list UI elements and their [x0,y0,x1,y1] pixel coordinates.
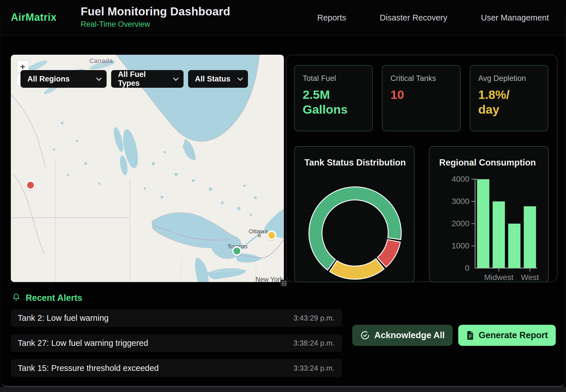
metrics-panel: Total Fuel2.5MGallonsCritical Tanks10Avg… [286,55,557,282]
stat-card-avg-depletion: Avg Depletion1.8%/day [470,65,548,131]
tank-marker-critical[interactable] [26,180,35,190]
filter-all-fuel-types[interactable]: All Fuel Types [111,70,184,88]
acknowledge-all-label: Acknowledge All [374,330,445,340]
generate-report-button[interactable]: Generate Report [458,325,556,346]
consumption-bar [508,224,520,268]
map-canvas [11,55,284,282]
stat-value: 2.5MGallons [303,87,364,117]
brand-logo: AirMatrix [11,11,57,23]
tank-marker-warning[interactable] [267,230,276,240]
alert-timestamp: 3:33:24 p.m. [293,364,335,373]
consumption-bar [493,201,505,268]
filter-label: All Status [195,75,231,83]
filter-all-regions[interactable]: All Regions [21,70,107,88]
donut-segment [377,240,400,267]
svg-text:West: West [521,273,539,282]
alert-timestamp: 3:43:29 p.m. [293,314,335,322]
svg-text:4000: 4000 [452,175,469,183]
filter-label: All Fuel Types [118,70,168,88]
chevron-down-icon [96,75,102,81]
file-text-icon [466,331,474,340]
stat-card-critical-tanks: Critical Tanks10 [382,65,461,131]
alert-row: Tank 2: Low fuel warning3:43:29 p.m. [11,309,342,327]
nav-item-user-management[interactable]: User Management [481,13,549,23]
page-title: Fuel Monitoring Dashboard [81,5,230,18]
stat-label: Avg Depletion [478,74,540,83]
nav-item-reports[interactable]: Reports [317,13,346,23]
nav-item-disaster-recovery[interactable]: Disaster Recovery [380,13,447,23]
svg-text:Midwest: Midwest [484,273,514,282]
alert-text: Tank 15: Pressure threshold exceeded [18,364,159,373]
stat-label: Total Fuel [303,74,364,83]
svg-text:0: 0 [465,264,469,272]
tank-status-card: Tank Status Distribution [294,146,415,282]
svg-text:2000: 2000 [452,219,469,228]
alert-timestamp: 3:38:24 p.m. [293,339,335,348]
alert-text: Tank 2: Low fuel warning [18,313,109,323]
svg-text:1000: 1000 [452,241,469,250]
filter-label: All Regions [27,75,70,83]
fuel-monitoring-dashboard: AirMatrix Fuel Monitoring Dashboard Real… [0,0,566,392]
chevron-down-icon [237,75,243,81]
svg-text:3000: 3000 [452,197,469,206]
header: AirMatrix Fuel Monitoring Dashboard Real… [0,0,566,36]
chevron-down-icon [173,75,179,81]
map-resize-handle[interactable] [280,280,287,287]
alert-text: Tank 27: Low fuel warning triggered [18,338,148,348]
stat-label: Critical Tanks [390,74,452,83]
main-nav: ReportsDisaster RecoveryUser Management [317,0,549,36]
map-filters: All RegionsAll Fuel TypesAll Status [21,70,248,88]
generate-report-label: Generate Report [479,330,548,340]
consumption-bar [524,206,536,268]
bar-chart-title: Regional Consumption [439,158,536,168]
stat-value: 10 [390,87,452,102]
alerts-header: Recent Alerts [12,293,82,303]
consumption-bar [477,179,489,268]
stat-value: 1.8%/day [478,87,540,117]
check-circle-icon [360,330,370,340]
acknowledge-all-button[interactable]: Acknowledge All [352,325,453,346]
alerts-title: Recent Alerts [26,293,82,303]
donut-segment [330,259,384,279]
alert-row: Tank 27: Low fuel warning triggered3:38:… [11,334,342,352]
fleet-map[interactable]: Canada Ottawa Toronto New York + − All R… [11,55,284,282]
title-block: Fuel Monitoring Dashboard Real-Time Over… [81,5,230,29]
regional-consumption-card: 01000200030004000MidwestWest Regional Co… [429,146,549,282]
page-subtitle: Real-Time Overview [81,20,230,29]
donut-chart-title: Tank Status Distribution [304,158,406,168]
bell-icon [12,293,21,303]
stat-card-total-fuel: Total Fuel2.5MGallons [294,65,373,131]
filter-all-status[interactable]: All Status [188,70,248,88]
alert-row: Tank 15: Pressure threshold exceeded3:33… [11,359,342,377]
tank-marker-normal[interactable] [232,246,242,256]
bottom-scrollbar[interactable] [0,387,566,392]
